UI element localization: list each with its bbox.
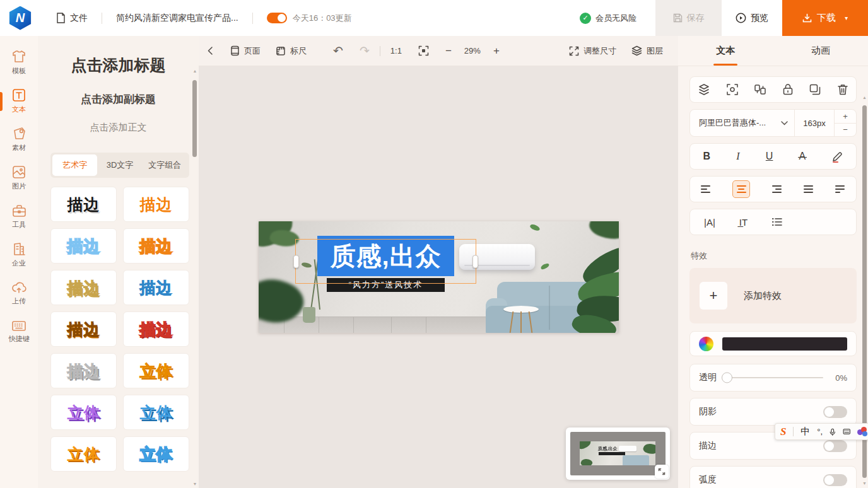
align-distribute-icon[interactable] [754,83,766,96]
tab-text-settings[interactable]: 文本 [678,36,773,66]
trash-icon[interactable] [837,83,848,96]
justify-last-button[interactable] [832,181,848,197]
resize-handle-right[interactable] [472,255,478,268]
justify-button[interactable] [801,181,817,197]
align-left-button[interactable] [698,181,717,197]
art-style-item[interactable]: 立体 [123,395,189,430]
color-wheel-icon[interactable] [699,337,713,351]
zoom-level[interactable]: 29% [464,46,481,55]
collapse-panel-button[interactable] [208,47,213,55]
arc-toggle[interactable] [823,474,847,486]
art-style-item[interactable]: 立体 [50,395,117,430]
scrollbar-thumb[interactable] [862,105,867,478]
scroll-down-arrow[interactable]: ▼ [862,481,867,485]
art-style-item[interactable]: 描边 [123,187,189,222]
autosave-toggle[interactable] [267,13,287,23]
text-color-swatch[interactable] [722,337,847,351]
art-style-item[interactable]: 描边 [50,187,117,222]
sidebar-item-assets[interactable]: 素材 [0,120,38,159]
document-title[interactable]: 简约风清新空调家电宣传产品... [116,13,238,24]
design-banner[interactable]: 质感,出众 “风力方”送风技术 [259,221,619,333]
art-style-item[interactable]: 描边 [50,270,117,305]
font-size-increase[interactable]: + [835,110,856,124]
zoom-out-button[interactable]: − [445,45,452,57]
ime-punctuation-toggle[interactable]: °, [817,427,823,436]
italic-button[interactable]: I [736,151,739,162]
ime-mode-chinese[interactable]: 中 [801,426,810,438]
download-button[interactable]: 下载 ▾ [782,0,868,36]
add-effect-button[interactable]: + 添加特效 [689,268,857,323]
stroke-toggle[interactable] [823,440,847,452]
sidebar-item-text[interactable]: 文本 [0,82,38,120]
opacity-slider[interactable] [723,377,823,378]
art-style-item[interactable]: 立体 [123,436,189,472]
app-logo[interactable]: N [8,6,32,30]
layer-order-icon[interactable] [698,83,710,96]
microphone-icon[interactable] [830,427,836,437]
canvas-area[interactable]: 质感,出众 “风力方”送风技术 [199,66,678,488]
add-subtitle-item[interactable]: 点击添加副标题 [38,92,199,107]
tab-animation[interactable]: 动画 [773,36,868,66]
strikethrough-button[interactable]: A [799,151,806,162]
sidebar-item-tools[interactable]: 工具 [0,197,38,236]
opacity-slider-knob[interactable] [722,373,732,383]
sogou-logo-icon[interactable]: S [780,426,786,438]
navigator-expand-button[interactable] [655,465,669,479]
letter-spacing-button[interactable]: |A| [704,217,715,228]
art-style-item[interactable]: 立体 [123,353,189,388]
font-size-field[interactable]: 163px [795,119,834,128]
undo-button[interactable]: ↶ [333,44,343,58]
text-highlight-button[interactable] [831,151,843,163]
art-style-item[interactable]: 描边 [123,311,189,347]
add-body-item[interactable]: 点击添加正文 [38,122,199,134]
navigator-preview[interactable]: 质感,出众 [570,432,666,475]
align-right-button[interactable] [765,181,785,197]
sidebar-item-shortcuts[interactable]: 快捷键 [0,313,38,351]
bold-button[interactable]: B [703,151,711,162]
resize-button[interactable]: 调整尺寸 [569,45,616,57]
tab-text-combo[interactable]: 文字组合 [143,154,187,176]
panel-scrollbar[interactable]: ▲ ▼ [192,74,197,485]
underline-button[interactable]: U [766,151,773,162]
scroll-down-arrow[interactable]: ▼ [192,482,197,487]
font-size-decrease[interactable]: − [835,124,856,137]
lock-icon[interactable] [782,83,794,96]
ratio-button[interactable]: 1:1 [390,46,402,55]
art-style-item[interactable]: 描边 [123,228,189,264]
focus-center-icon[interactable] [726,83,739,96]
sidebar-item-images[interactable]: 图片 [0,159,38,197]
tab-3d-text[interactable]: 3D文字 [97,154,142,176]
line-height-button[interactable]: I̲T [739,217,748,228]
scroll-up-arrow[interactable]: ▲ [862,95,867,100]
font-select[interactable]: 阿里巴巴普惠体-... [690,110,795,136]
art-style-item[interactable]: 描边 [50,311,117,347]
align-center-button[interactable] [732,180,750,198]
duplicate-icon[interactable] [809,83,821,96]
add-title-item[interactable]: 点击添加标题 [38,55,199,76]
ruler-button[interactable]: 标尺 [276,45,307,57]
sidebar-item-templates[interactable]: 模板 [0,44,38,82]
file-menu[interactable]: 文件 [56,13,88,24]
art-style-item[interactable]: 描边 [50,228,117,264]
ime-keyboard-icon[interactable] [843,427,850,436]
redo-button[interactable]: ↷ [360,44,370,58]
layers-button[interactable]: 图层 [631,45,663,57]
scrollbar-thumb[interactable] [192,80,197,157]
chevron-down-icon[interactable]: ▾ [845,15,848,21]
art-style-item[interactable]: 立体 [50,436,117,472]
save-button[interactable]: 保存 [655,0,722,36]
list-button[interactable] [771,218,783,226]
selection-frame[interactable] [295,239,476,284]
shadow-toggle[interactable] [823,406,847,418]
art-style-item[interactable]: 描边 [50,353,117,388]
art-style-item[interactable]: 描边 [123,270,189,305]
ime-skin-icon[interactable] [857,427,867,437]
sidebar-item-enterprise[interactable]: 企业 [0,236,38,274]
preview-button[interactable]: 预览 [722,0,782,36]
page-button[interactable]: 页面 [230,45,261,57]
fit-screen-button[interactable] [418,45,429,56]
tab-art-text[interactable]: 艺术字 [52,154,97,176]
sidebar-item-upload[interactable]: 上传 [0,274,38,313]
zoom-in-button[interactable]: + [493,45,500,57]
resize-handle-left[interactable] [293,255,299,268]
